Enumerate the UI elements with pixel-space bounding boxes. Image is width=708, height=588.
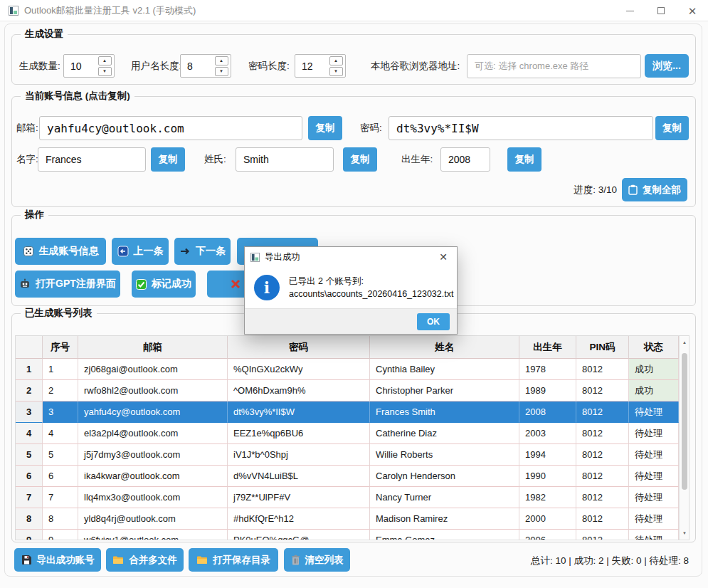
table-row[interactable]: 22rwfo8hl2@outlook.com^OM6hDxam9h%Christ… xyxy=(16,380,689,401)
cell-seq[interactable]: 1 xyxy=(43,359,78,380)
copy-email-button[interactable]: 复制 xyxy=(308,116,342,140)
table-row[interactable]: 66ika4kwar@outlook.comd%vVN4LuiB$LCaroly… xyxy=(16,466,689,487)
username-length-value[interactable]: 8 xyxy=(181,61,213,72)
cell-pin[interactable]: 8012 xyxy=(576,508,629,530)
cell-email[interactable]: llq4mx3o@outlook.com xyxy=(78,487,228,508)
spin-up-button[interactable]: ▲ xyxy=(98,56,112,65)
copy-password-button[interactable]: 复制 xyxy=(655,116,689,140)
header-cell[interactable]: 邮箱 xyxy=(78,336,228,359)
cell-email[interactable]: yahfu4cy@outlook.com xyxy=(78,401,228,423)
spin-down-button[interactable]: ▼ xyxy=(98,67,112,76)
cell-birth-year[interactable]: 2003 xyxy=(519,423,576,444)
cell-pin[interactable]: 8012 xyxy=(576,423,629,444)
cell-name[interactable]: Willie Roberts xyxy=(370,444,519,466)
cell-pin[interactable]: 8012 xyxy=(576,444,629,466)
open-save-dir-button[interactable]: 打开保存目录 xyxy=(189,548,278,572)
merge-files-button[interactable]: 合并多文件 xyxy=(106,548,184,572)
cell-password[interactable]: iV1J*b^0Shpj xyxy=(228,444,370,466)
cell-index[interactable]: 9 xyxy=(16,530,43,540)
next-account-button[interactable]: 下一条 xyxy=(174,238,231,265)
cell-pin[interactable]: 8012 xyxy=(576,359,629,380)
cell-password[interactable]: EEZ1e%qp6BU6 xyxy=(228,423,370,444)
minimize-button[interactable] xyxy=(614,0,645,21)
header-cell[interactable]: 出生年 xyxy=(519,336,576,359)
previous-account-button[interactable]: 上一条 xyxy=(112,238,169,265)
birth-year-field[interactable]: 2008 xyxy=(440,147,490,172)
cell-index[interactable]: 2 xyxy=(16,380,43,401)
cell-password[interactable]: ^OM6hDxam9h% xyxy=(228,380,370,401)
generate-count-value[interactable]: 10 xyxy=(64,61,97,72)
cell-seq[interactable]: 6 xyxy=(43,466,78,487)
cell-seq[interactable]: 3 xyxy=(43,401,78,423)
cell-name[interactable]: Emma Gomez xyxy=(370,530,519,540)
header-cell[interactable]: 序号 xyxy=(43,336,78,359)
cell-index[interactable]: 7 xyxy=(16,487,43,508)
dialog-close-button[interactable]: ✕ xyxy=(430,247,457,267)
header-cell[interactable]: 密码 xyxy=(228,336,370,359)
cell-password[interactable]: PK0uEO%qgcG@ xyxy=(228,530,370,540)
cell-status[interactable]: 待处理 xyxy=(629,423,679,444)
header-cell[interactable]: PIN码 xyxy=(576,336,629,359)
maximize-button[interactable] xyxy=(645,0,677,21)
cell-birth-year[interactable]: 2008 xyxy=(519,401,576,423)
cell-email[interactable]: w6fvicv1@outlook.com xyxy=(78,530,228,540)
table-row[interactable]: 44el3a2pl4@outlook.comEEZ1e%qp6BU6Cather… xyxy=(16,423,689,444)
cell-birth-year[interactable]: 1989 xyxy=(519,380,576,401)
cell-email[interactable]: rwfo8hl2@outlook.com xyxy=(78,380,228,401)
password-length-value[interactable]: 12 xyxy=(295,61,328,72)
chrome-path-input[interactable]: 可选: 选择 chrome.exe 路径 xyxy=(467,54,641,78)
scroll-down-icon[interactable]: ▼ xyxy=(680,528,689,538)
cell-email[interactable]: j5j7dmy3@outlook.com xyxy=(78,444,228,466)
email-field[interactable]: yahfu4cy@outlook.com xyxy=(39,116,302,140)
mark-success-button[interactable]: 标记成功 xyxy=(132,271,196,298)
password-field[interactable]: dt%3vy%*II$W xyxy=(389,116,653,140)
cell-birth-year[interactable]: 2000 xyxy=(519,508,576,530)
cell-seq[interactable]: 2 xyxy=(43,380,78,401)
cell-index[interactable]: 6 xyxy=(16,466,43,487)
cell-index[interactable]: 3 xyxy=(16,401,43,423)
cell-pin[interactable]: 8012 xyxy=(576,530,629,540)
cell-pin[interactable]: 8012 xyxy=(576,401,629,423)
cell-status[interactable]: 待处理 xyxy=(629,530,679,540)
cell-birth-year[interactable]: 2006 xyxy=(519,530,576,540)
export-success-button[interactable]: 导出成功账号 xyxy=(14,548,101,572)
cell-pin[interactable]: 8012 xyxy=(576,380,629,401)
cell-birth-year[interactable]: 1990 xyxy=(519,466,576,487)
cell-password[interactable]: j79Z**UlPF#V xyxy=(228,487,370,508)
cell-email[interactable]: ika4kwar@outlook.com xyxy=(78,466,228,487)
cell-status[interactable]: 成功 xyxy=(629,359,679,380)
spin-up-button[interactable]: ▲ xyxy=(215,56,228,65)
cell-name[interactable]: Frances Smith xyxy=(370,401,519,423)
clear-list-button[interactable]: 清空列表 xyxy=(284,548,350,572)
table-row[interactable]: 99w6fvicv1@outlook.comPK0uEO%qgcG@Emma G… xyxy=(16,530,689,540)
cell-birth-year[interactable]: 1994 xyxy=(519,444,576,466)
cell-password[interactable]: #hdKfQrE^h12 xyxy=(228,508,370,530)
copy-last-name-button[interactable]: 复制 xyxy=(343,147,377,172)
browse-button[interactable]: 浏览... xyxy=(645,54,689,78)
cell-name[interactable]: Christopher Parker xyxy=(370,380,519,401)
scrollbar-thumb[interactable] xyxy=(682,353,687,490)
copy-birth-year-button[interactable]: 复制 xyxy=(507,147,541,172)
cell-birth-year[interactable]: 1982 xyxy=(519,487,576,508)
cell-name[interactable]: Madison Ramirez xyxy=(370,508,519,530)
cell-status[interactable]: 成功 xyxy=(629,380,679,401)
cell-seq[interactable]: 9 xyxy=(43,530,78,540)
table-row[interactable]: 11zj068gai@outlook.com%QInGXu2ckWyCynthi… xyxy=(16,359,689,380)
cell-seq[interactable]: 7 xyxy=(43,487,78,508)
open-gpt-button[interactable]: 打开GPT注册界面 xyxy=(15,271,120,298)
cell-password[interactable]: %QInGXu2ckWy xyxy=(228,359,370,380)
cell-pin[interactable]: 8012 xyxy=(576,487,629,508)
spin-down-button[interactable]: ▼ xyxy=(329,67,343,76)
cell-pin[interactable]: 8012 xyxy=(576,466,629,487)
vertical-scrollbar[interactable]: ▲ ▼ xyxy=(679,336,689,540)
cell-email[interactable]: zj068gai@outlook.com xyxy=(78,359,228,380)
table-row[interactable]: 88yld8q4rj@outlook.com#hdKfQrE^h12Madiso… xyxy=(16,508,689,530)
cell-seq[interactable]: 5 xyxy=(43,444,78,466)
table-row[interactable]: 55j5j7dmy3@outlook.comiV1J*b^0ShpjWillie… xyxy=(16,444,689,466)
table-row[interactable]: 77llq4mx3o@outlook.comj79Z**UlPF#VNancy … xyxy=(16,487,689,508)
cell-password[interactable]: d%vVN4LuiB$L xyxy=(228,466,370,487)
username-length-spinner[interactable]: 8 ▲ ▼ xyxy=(180,54,231,78)
cell-index[interactable]: 4 xyxy=(16,423,43,444)
cell-status[interactable]: 待处理 xyxy=(629,401,679,423)
cell-status[interactable]: 待处理 xyxy=(629,466,679,487)
